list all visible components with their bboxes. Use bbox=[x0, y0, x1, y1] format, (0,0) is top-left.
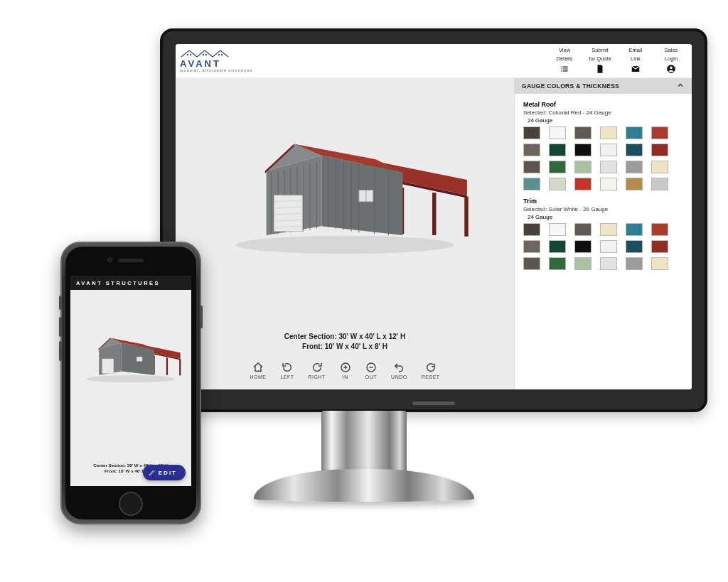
trim-swatch[interactable] bbox=[549, 257, 566, 270]
trim-swatch[interactable] bbox=[600, 223, 617, 236]
trim-swatch[interactable] bbox=[626, 240, 643, 253]
roof-swatch[interactable] bbox=[523, 126, 540, 139]
roof-swatch[interactable] bbox=[626, 126, 643, 139]
trim-swatch[interactable] bbox=[574, 223, 592, 236]
phone-camera bbox=[107, 257, 112, 262]
viewer-pane: Center Section: 30' W x 40' L x 12' H Fr… bbox=[176, 78, 514, 389]
view-details-button[interactable]: View Details bbox=[552, 48, 577, 74]
trim-swatch[interactable] bbox=[574, 240, 592, 253]
roof-swatch[interactable] bbox=[626, 161, 643, 173]
zoom-in-button[interactable]: IN bbox=[340, 362, 351, 379]
roof-swatch[interactable] bbox=[574, 161, 592, 173]
rotate-right-button[interactable]: RIGHT bbox=[309, 362, 326, 379]
roof-swatch[interactable] bbox=[574, 144, 592, 156]
phone-screen: AVANT STRUCTURES bbox=[70, 276, 191, 486]
trim-swatch[interactable] bbox=[549, 223, 566, 236]
roof-swatch[interactable] bbox=[651, 161, 668, 173]
roof-swatch[interactable] bbox=[574, 126, 592, 139]
monitor-brand-strip bbox=[412, 402, 455, 405]
roof-swatch[interactable] bbox=[523, 161, 540, 173]
chevron-up-icon bbox=[676, 81, 685, 91]
roof-swatch[interactable] bbox=[626, 178, 643, 190]
undo-button[interactable]: UNDO bbox=[391, 362, 407, 379]
zoom-out-button[interactable]: OUT bbox=[365, 362, 377, 379]
roof-swatch[interactable] bbox=[549, 161, 566, 173]
phone-frame: AVANT STRUCTURES bbox=[60, 242, 201, 524]
roof-swatch[interactable] bbox=[523, 144, 540, 156]
roof-swatch[interactable] bbox=[651, 178, 668, 190]
dims-line-1: Center Section: 30' W x 40' L x 12' H bbox=[284, 332, 405, 342]
rotate-left-button[interactable]: LEFT bbox=[280, 362, 294, 379]
mail-icon bbox=[631, 64, 641, 74]
phone-side-button bbox=[200, 306, 203, 328]
svg-rect-2 bbox=[203, 54, 204, 55]
roof-swatch[interactable] bbox=[600, 126, 617, 139]
trim-swatch[interactable] bbox=[626, 257, 643, 270]
roof-swatch[interactable] bbox=[600, 144, 617, 156]
trim-swatch[interactable] bbox=[600, 240, 617, 253]
trim-swatch[interactable] bbox=[651, 240, 668, 253]
trim-swatch[interactable] bbox=[651, 257, 668, 270]
trim-swatch[interactable] bbox=[523, 240, 540, 253]
desktop-topbar: AVANT modular, affordable structures Vie… bbox=[176, 44, 692, 78]
roof-swatch[interactable] bbox=[651, 144, 668, 156]
viewer-controls: HOME LEFT RIGHT IN bbox=[250, 362, 439, 384]
user-icon bbox=[666, 64, 676, 74]
svg-rect-50 bbox=[179, 359, 181, 375]
roof-swatch[interactable] bbox=[651, 126, 668, 139]
panel-header[interactable]: GAUGE COLORS & THICKNESS bbox=[515, 78, 692, 94]
left-label: LEFT bbox=[280, 374, 294, 379]
right-label: RIGHT bbox=[309, 374, 326, 379]
svg-point-7 bbox=[670, 66, 673, 69]
panel-body: Metal Roof Selected: Colonial Red - 24 G… bbox=[515, 94, 692, 389]
trim-swatch[interactable] bbox=[523, 257, 540, 270]
trim-selected: Selected: Solar White - 26 Gauge bbox=[523, 206, 683, 212]
undo-label: UNDO bbox=[391, 374, 407, 379]
rotate-left-icon bbox=[282, 362, 293, 373]
svg-rect-1 bbox=[190, 54, 191, 55]
phone-home-button[interactable] bbox=[119, 492, 143, 516]
model-3d-view[interactable] bbox=[194, 105, 496, 269]
monitor-stand-base bbox=[254, 469, 474, 502]
desktop-body: Center Section: 30' W x 40' L x 12' H Fr… bbox=[176, 78, 692, 389]
roof-swatch[interactable] bbox=[600, 161, 617, 173]
side-panel: GAUGE COLORS & THICKNESS Metal Roof Sele… bbox=[514, 78, 692, 389]
roof-swatch[interactable] bbox=[549, 144, 566, 156]
reset-label: RESET bbox=[422, 374, 440, 379]
trim-swatch[interactable] bbox=[549, 240, 566, 253]
roof-swatch[interactable] bbox=[574, 178, 592, 190]
svg-rect-11 bbox=[464, 197, 468, 237]
roof-swatch-grid bbox=[523, 126, 683, 190]
sales-login-label2: Login bbox=[665, 56, 678, 62]
phone-viewer: Center Section: 30' W x 40' L x 12' H Fr… bbox=[70, 290, 191, 486]
roof-swatch[interactable] bbox=[626, 144, 643, 156]
phone-model-view[interactable] bbox=[76, 306, 186, 405]
pencil-icon bbox=[149, 469, 156, 476]
phone-side-button bbox=[59, 296, 62, 310]
svg-point-8 bbox=[235, 236, 454, 254]
trim-heading: Trim bbox=[523, 198, 683, 205]
home-view-button[interactable]: HOME bbox=[250, 362, 266, 379]
svg-point-47 bbox=[87, 375, 176, 382]
roof-swatch[interactable] bbox=[549, 178, 566, 190]
sales-login-button[interactable]: Sales Login bbox=[659, 48, 683, 74]
trim-swatch[interactable] bbox=[600, 257, 617, 270]
trim-swatch[interactable] bbox=[651, 223, 668, 236]
roof-swatch[interactable] bbox=[600, 178, 617, 190]
roof-swatch[interactable] bbox=[523, 178, 540, 190]
trim-swatch[interactable] bbox=[523, 223, 540, 236]
submit-quote-button[interactable]: Submit for Quote bbox=[588, 48, 612, 74]
reset-button[interactable]: RESET bbox=[422, 362, 440, 379]
email-link-label1: Email bbox=[629, 48, 643, 53]
roof-group: 24 Gauge bbox=[528, 117, 683, 124]
desktop-app: AVANT modular, affordable structures Vie… bbox=[176, 44, 692, 389]
edit-button[interactable]: EDIT bbox=[143, 465, 186, 480]
zoom-in-icon bbox=[340, 362, 351, 373]
trim-swatch-grid bbox=[523, 223, 683, 270]
trim-swatch[interactable] bbox=[626, 223, 643, 236]
phone-speaker bbox=[118, 259, 144, 262]
email-link-button[interactable]: Email Link bbox=[623, 48, 648, 74]
submit-quote-label2: for Quote bbox=[589, 56, 611, 62]
trim-swatch[interactable] bbox=[574, 257, 592, 270]
roof-swatch[interactable] bbox=[549, 126, 566, 139]
